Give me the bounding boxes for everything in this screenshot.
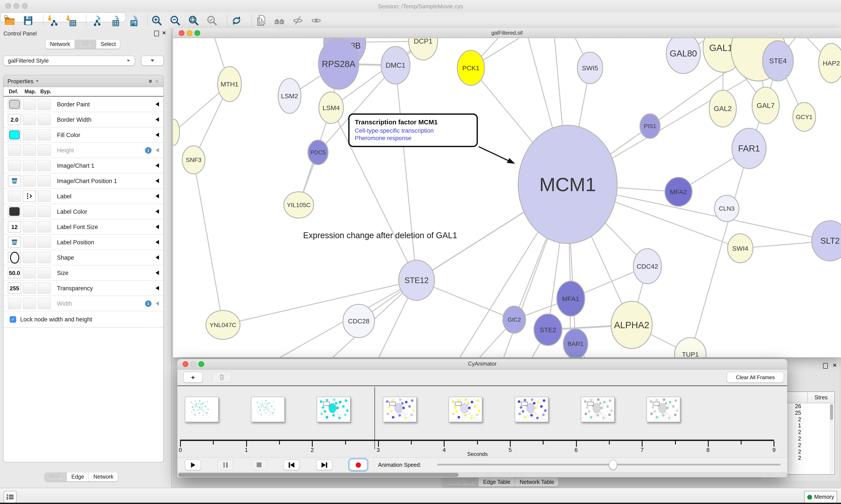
property-row-border-paint[interactable]: Border Paint [3,97,163,112]
lock-node-size-row[interactable]: ✓ Lock node width and height [3,311,163,327]
timeline-scrollbar[interactable] [177,472,787,477]
node-gal7[interactable]: GAL7 [752,87,779,124]
node-edge-node[interactable] [173,119,180,145]
cyanimator-timeline[interactable]: 0123456789 Seconds [177,386,787,457]
add-frame-button[interactable]: + [183,372,203,383]
collapse-all-icon[interactable]: « [154,79,161,83]
clear-all-frames-button[interactable]: Clear All Frames [727,372,784,383]
style-options-button[interactable] [141,56,164,66]
zoom-out-icon[interactable] [169,15,181,26]
expand-property-icon[interactable] [156,163,159,168]
tab-network[interactable]: Network [89,472,118,481]
node-gcy1[interactable]: GCY1 [793,103,816,131]
tab-edge[interactable]: Edge [67,472,89,481]
property-row-fill-color[interactable]: Fill Color [3,127,163,143]
property-row-label[interactable]: Label [3,189,163,204]
node-cdc28[interactable]: CDC28 [343,304,375,338]
apply-layout-icon[interactable] [230,15,242,26]
show-details-icon[interactable] [310,15,322,26]
info-icon[interactable]: i [145,147,151,154]
edge[interactable] [223,280,416,325]
property-row-image-chart-position-1[interactable]: Image/Chart Position 1 [3,174,163,189]
animation-speed-knob[interactable] [609,460,617,470]
delete-frame-button[interactable] [212,372,232,383]
record-button[interactable] [350,459,367,470]
expand-property-icon[interactable] [156,286,159,290]
node-pis1[interactable]: PIS1 [640,114,660,138]
expand-property-icon[interactable] [156,209,159,214]
import-table-icon[interactable] [65,15,77,26]
node-mfa1[interactable]: MFA1 [557,281,585,316]
tab-network-table[interactable]: Network Table [515,478,559,486]
property-row-label-color[interactable]: Label Color [3,204,163,219]
memory-button[interactable]: Memory [804,491,837,503]
expand-property-icon[interactable] [156,271,159,275]
node-tup1[interactable]: TUP1 [675,338,706,357]
play-button[interactable] [185,459,201,470]
edge[interactable] [395,65,416,280]
node-gal80[interactable]: GAL80 [666,38,700,74]
node-ste12[interactable]: STE12 [399,260,434,300]
frame-thumbnail-2[interactable] [317,397,351,422]
expand-property-icon[interactable] [156,133,159,137]
frame-thumbnail-3[interactable] [383,397,416,422]
node-mth1[interactable]: MTH1 [218,67,241,102]
node-dmc1[interactable]: DMC1 [381,47,410,84]
node-alpha2[interactable]: ALPHA2 [611,301,652,348]
zoom-selected-icon[interactable] [206,15,218,26]
node-snf3[interactable]: SNF3 [182,146,205,174]
edge[interactable] [194,160,223,325]
expand-property-icon[interactable] [156,255,159,260]
tab-node-table[interactable]: Node Table [442,478,479,486]
frame-thumbnail-5[interactable] [515,397,549,422]
float-panel-icon[interactable] [154,31,159,36]
next-frame-button[interactable] [316,459,333,470]
node-bar1[interactable]: BAR1 [563,329,588,357]
save-session-icon[interactable] [22,15,34,26]
node-cdc42[interactable]: CDC42 [633,249,661,284]
property-row-border-width[interactable]: 2.0Border Width [3,112,163,127]
close-panel-icon[interactable]: ✕ [162,31,166,35]
node-gal2[interactable]: GAL2 [709,90,736,127]
expand-property-icon[interactable] [156,301,159,306]
gene-houses-icon[interactable] [273,15,285,26]
node-ste4[interactable]: STE4 [763,41,793,81]
zoom-fit-icon[interactable] [187,15,199,26]
tab-node[interactable]: Node [45,472,67,481]
frame-thumbnail-7[interactable] [646,397,680,422]
property-row-height[interactable]: Heighti [3,143,163,158]
node-slt2[interactable]: SLT2 [812,221,841,261]
node-cln3[interactable]: CLN3 [714,195,739,221]
property-row-label-position[interactable]: Label Position [3,235,163,250]
node-yil105c[interactable]: YIL105C [284,192,314,218]
table-scrollbar[interactable] [829,404,834,473]
frame-thumbnail-6[interactable] [580,397,614,422]
frame-thumbnail-0[interactable] [185,397,219,422]
node-swi4[interactable]: SWI4 [728,234,753,263]
annotation-link[interactable]: Cell-type-specific transcription [355,127,471,134]
info-icon[interactable]: i [145,300,151,307]
tab-edge-table[interactable]: Edge Table [479,478,515,486]
network-canvas[interactable]: RPS28BRPS28ADCP1DMC1PCK1MTH1LSM2LSM4SNF3… [173,38,841,357]
property-row-shape[interactable]: Shape [3,250,163,265]
expand-property-icon[interactable] [156,102,159,106]
node-lsm2[interactable]: LSM2 [278,78,301,113]
export-network-icon[interactable] [89,15,101,26]
export-image-icon[interactable] [126,15,138,26]
close-panel-icon[interactable]: ✕ [833,363,837,368]
expand-property-icon[interactable] [156,148,159,152]
property-row-label-font-size[interactable]: 12Label Font Size [3,219,163,235]
stop-button[interactable] [251,459,267,470]
frame-thumbnail-1[interactable] [251,397,285,422]
hide-details-icon[interactable] [292,15,304,26]
node-hap2[interactable]: HAP2 [819,43,841,83]
tab-network[interactable]: Network [46,40,75,49]
annotation-link[interactable]: Pheromone response [355,135,471,141]
node-dcp1[interactable]: DCP1 [409,38,437,60]
property-row-size[interactable]: 50.0Size [3,265,163,281]
expand-property-icon[interactable] [156,118,159,122]
network-document-icon[interactable] [255,15,267,26]
previous-frame-button[interactable] [283,459,300,470]
node-mcm1[interactable]: MCM1 [518,125,617,244]
node-pdc5[interactable]: PDC5 [308,140,328,165]
